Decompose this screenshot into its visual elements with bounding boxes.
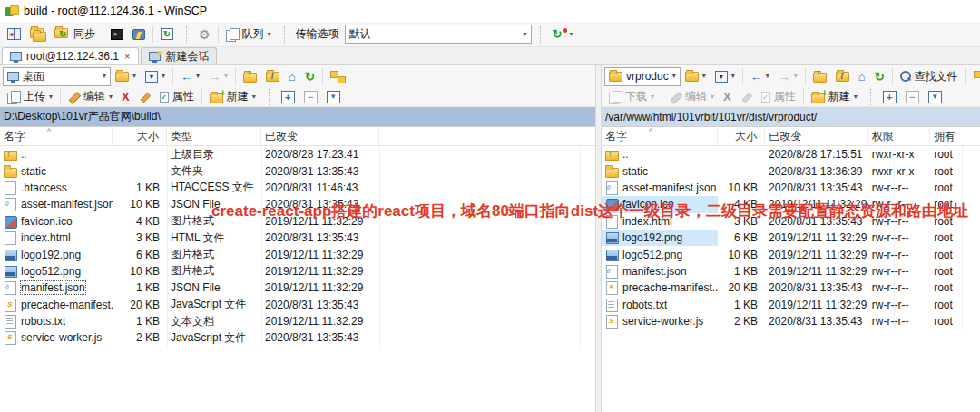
queue-button[interactable]: 队列 ▾ xyxy=(221,24,276,45)
column-header-name[interactable]: 名字 xyxy=(0,128,113,146)
synchronize-browsing-button[interactable] xyxy=(25,24,50,45)
transfer-settings-button[interactable]: ↻ ▾ xyxy=(548,24,578,45)
file-cell-size: 1 KB xyxy=(113,280,167,296)
remote-directory-tree-button[interactable] xyxy=(969,65,980,87)
local-refresh-button[interactable]: ↻ xyxy=(300,65,319,87)
download-label: 下载 xyxy=(625,89,647,104)
remote-collapse-button[interactable]: − xyxy=(901,86,924,108)
session-tab-active[interactable]: root@112.124.36.1 × xyxy=(2,47,139,64)
local-edit-button[interactable]: 编辑 ▾ xyxy=(64,86,117,108)
remote-edit-button[interactable]: 编辑 ▾ xyxy=(665,86,719,108)
rename-icon xyxy=(741,92,751,102)
refresh-session-button[interactable]: ↻ xyxy=(156,24,178,45)
remote-refresh-button[interactable]: ↻ xyxy=(870,65,889,87)
new-session-tab[interactable]: 新建会话 xyxy=(141,47,217,64)
remote-back-button[interactable]: ←▾ xyxy=(746,65,774,87)
file-row[interactable]: static2020/8/31 13:36:39rwxr-xr-xroot xyxy=(602,162,980,179)
local-forward-button[interactable]: →▾ xyxy=(204,65,232,87)
remote-expand-button[interactable]: + xyxy=(878,86,901,108)
column-header-type[interactable]: 类型 xyxy=(167,128,261,146)
close-icon[interactable]: × xyxy=(123,52,131,62)
column-header-perms[interactable]: 权限 xyxy=(868,128,930,146)
remote-filter-button[interactable]: ▼▾ xyxy=(710,65,740,87)
local-properties-button[interactable]: ✓ 属性 xyxy=(155,86,199,108)
local-home-directory-button[interactable]: ⌂ xyxy=(284,65,300,87)
preferences-button[interactable]: ⚙ xyxy=(194,24,215,45)
remote-path-bar[interactable]: /var/www/html/101vrbit/101vr/dist/vrprod… xyxy=(602,107,980,127)
column-header-size[interactable]: 大小 xyxy=(718,128,765,146)
file-row[interactable]: manifest.json1 KBJSON File2019/12/11 11:… xyxy=(0,280,595,296)
file-row[interactable]: index.html3 KB2020/8/31 13:35:43rw-r--r-… xyxy=(602,213,980,230)
local-expand-button[interactable]: + xyxy=(277,86,299,108)
local-collapse-button[interactable]: − xyxy=(299,86,322,108)
upload-button[interactable]: 上传 ▾ xyxy=(3,86,57,108)
file-row[interactable]: logo192.png6 KB图片格式2019/12/11 11:32:29 xyxy=(0,246,595,262)
file-row[interactable]: logo192.png6 KB2019/12/11 11:32:29rw-r--… xyxy=(602,230,980,246)
file-row[interactable]: logo512.png10 KB图片格式2019/12/11 11:32:29 xyxy=(0,263,595,280)
file-cell-owner: root xyxy=(930,162,980,179)
local-delete-button[interactable]: X xyxy=(117,86,134,108)
file-row[interactable]: asset-manifest.json10 KB2020/8/31 13:35:… xyxy=(602,180,980,196)
file-row[interactable]: manifest.json1 KB2019/12/11 11:32:29rw-r… xyxy=(602,263,980,280)
remote-filter-list-button[interactable]: ▼ xyxy=(924,86,946,108)
file-row[interactable]: robots.txt1 KB文本文档2019/12/11 11:32:29 xyxy=(0,313,595,329)
download-button[interactable]: 下载 ▾ xyxy=(604,86,659,108)
folder-open-icon xyxy=(685,72,699,82)
file-row[interactable]: service-worker.js2 KB2020/8/31 13:35:43r… xyxy=(602,313,980,329)
file-cell-perms: rw-r--r-- xyxy=(868,280,930,296)
panel-splitter[interactable] xyxy=(595,65,602,412)
file-row[interactable]: favicon.ico4 KB2019/12/11 11:32:29rw-r--… xyxy=(602,196,980,212)
remote-open-directory-button[interactable]: ▾ xyxy=(681,65,710,87)
file-row[interactable]: .htaccess1 KBHTACCESS 文件2020/8/31 11:46:… xyxy=(0,180,595,196)
open-terminal-button[interactable]: > xyxy=(106,24,128,45)
plus-icon: + xyxy=(883,91,897,103)
file-row[interactable]: precache-manifest....20 KB2020/8/31 13:3… xyxy=(602,280,980,296)
file-row[interactable]: logo512.png10 KB2019/12/11 11:32:29rw-r-… xyxy=(602,246,980,262)
remote-properties-button[interactable]: ✓ 属性 xyxy=(757,86,800,108)
synchronize-button[interactable]: ↻ 同步 xyxy=(50,24,100,45)
local-root-directory-button[interactable]: / xyxy=(261,65,284,87)
local-new-button[interactable]: 新建 ▾ xyxy=(205,86,260,108)
file-row[interactable]: ..2020/8/28 17:15:51rwxr-xr-xroot xyxy=(602,146,980,162)
file-row[interactable]: static文件夹2020/8/31 13:35:43 xyxy=(0,162,595,179)
column-header-changed[interactable]: 已改变 xyxy=(765,128,868,146)
remote-location-select[interactable]: vrproduc ▾ xyxy=(604,67,681,86)
toggle-panels-button[interactable] xyxy=(3,24,25,45)
local-path-bar[interactable]: D:\Desktop\101vr产品官网\build\ xyxy=(0,107,595,127)
file-row[interactable]: robots.txt1 KB2019/12/11 11:32:29rw-r--r… xyxy=(602,297,980,313)
remote-root-directory-button[interactable]: / xyxy=(831,65,854,87)
file-row[interactable]: precache-manifest....20 KBJavaScript 文件2… xyxy=(0,297,595,313)
local-back-button[interactable]: ←▾ xyxy=(176,65,204,87)
separator xyxy=(742,68,743,84)
file-row[interactable]: ..上级目录2020/8/28 17:23:41 xyxy=(0,146,595,162)
column-header-size[interactable]: 大小 xyxy=(113,128,167,146)
file-cell-changed: 2020/8/31 13:36:39 xyxy=(765,162,868,179)
file-cell-changed: 2020/8/31 13:35:43 xyxy=(261,230,379,246)
local-filter-list-button[interactable]: ▼ xyxy=(322,86,345,108)
local-directory-tree-button[interactable] xyxy=(326,65,349,87)
local-filter-button[interactable]: ▼▾ xyxy=(141,65,170,87)
remote-delete-button[interactable]: X xyxy=(719,86,736,108)
find-files-button[interactable]: 查找文件 xyxy=(896,65,963,87)
file-row[interactable]: index.html3 KBHTML 文件2020/8/31 13:35:43 xyxy=(0,230,595,246)
console-icon: > xyxy=(111,29,123,40)
local-parent-directory-button[interactable]: ↑ xyxy=(239,65,261,87)
local-rename-button[interactable] xyxy=(134,86,155,108)
remote-new-button[interactable]: 新建 ▾ xyxy=(807,86,862,108)
remote-file-list: ^ 名字 大小 已改变 权限 拥有 ..2020/8/28 17:15:51rw… xyxy=(602,128,980,412)
file-row[interactable]: service-worker.js2 KBJavaScript 文件2020/8… xyxy=(0,329,595,346)
column-header-name[interactable]: 名字 xyxy=(602,128,718,146)
remote-parent-directory-button[interactable]: ↑ xyxy=(808,65,831,87)
remote-home-directory-button[interactable]: ⌂ xyxy=(854,65,870,87)
transfer-preset-select[interactable]: 默认 ▾ xyxy=(345,25,532,44)
local-open-directory-button[interactable]: ▾ xyxy=(111,65,141,87)
file-row[interactable]: favicon.ico4 KB图片格式2019/12/11 11:32:29 xyxy=(0,213,595,230)
column-header-owner[interactable]: 拥有 xyxy=(930,128,980,146)
remote-rename-button[interactable] xyxy=(736,86,757,108)
remote-forward-button[interactable]: →▾ xyxy=(774,65,802,87)
local-location-select[interactable]: 桌面 ▾ xyxy=(3,67,111,86)
open-putty-button[interactable] xyxy=(128,24,150,45)
folder-icon xyxy=(609,72,622,82)
file-row[interactable]: asset-manifest.json10 KBJSON File2020/8/… xyxy=(0,196,595,212)
column-header-changed[interactable]: 已改变 xyxy=(261,128,379,146)
